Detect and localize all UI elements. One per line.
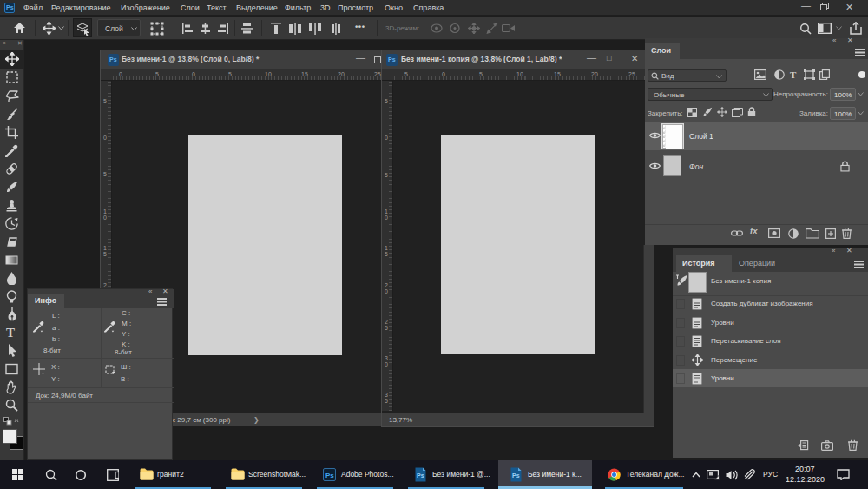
svg-text:Ps: Ps <box>417 472 424 479</box>
svg-text:Ps: Ps <box>512 472 520 479</box>
